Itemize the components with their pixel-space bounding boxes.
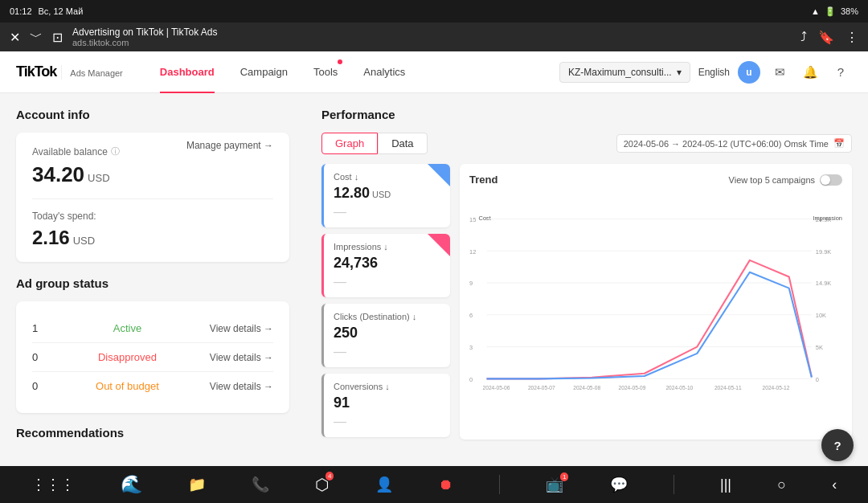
logo-area: TikTok Ads Manager [16, 63, 123, 80]
divider [499, 475, 500, 494]
right-panel: Performance Graph Data 2024-05-06 → 2024… [305, 93, 868, 466]
user-avatar[interactable]: u [738, 61, 760, 84]
table-row: 0 Disapproved View details → [32, 343, 273, 372]
bookmark-icon[interactable]: 🔖 [818, 30, 834, 45]
battery-level: 38% [841, 6, 858, 16]
metrics-sidebar: Cost ↓ 12.80 USD — Impressions ↓ 24,736 … [321, 164, 450, 440]
browser-chrome: ✕ ﹀ ⊡ Advertising on TikTok | TikTok Ads… [0, 22, 868, 51]
impressions-value: 24,736 [334, 255, 440, 272]
browser-tabs-icon[interactable]: ⊡ [52, 30, 63, 45]
table-row: 0 Out of budget View details → [32, 372, 273, 400]
account-selector[interactable]: KZ-Maximum_consulti... ▾ [559, 62, 690, 83]
todays-spend-currency: USD [73, 235, 95, 247]
svg-text:14.9K: 14.9K [816, 280, 831, 287]
svg-text:2024-05-07: 2024-05-07 [528, 385, 555, 391]
metric-conversions: Conversions ↓ 91 — [321, 374, 450, 437]
whatsapp-icon[interactable]: 💬 [610, 476, 628, 493]
svg-text:Cost: Cost [479, 215, 492, 222]
nav-analytics[interactable]: Analytics [350, 51, 418, 93]
fab-help-button[interactable]: ? [821, 429, 854, 461]
svg-text:9: 9 [469, 280, 473, 287]
record-icon[interactable]: ⏺ [439, 476, 453, 493]
balance-amount: 34.20 USD [32, 162, 110, 187]
browser-url: ads.tiktok.com [72, 38, 791, 47]
main-content: Account info Available balance ⓘ 34.20 U… [0, 93, 868, 466]
todays-spend-amount: 2.16 USD [32, 227, 273, 249]
view-details-disapproved[interactable]: View details → [210, 352, 273, 363]
nav-campaign[interactable]: Campaign [227, 51, 301, 93]
manage-payment-link[interactable]: Manage payment → [186, 140, 273, 151]
tab-data[interactable]: Data [378, 133, 427, 154]
home-icon[interactable]: ○ [777, 476, 786, 493]
view-top-label: View top 5 campaigns [729, 175, 815, 185]
view-top-toggle[interactable]: View top 5 campaigns [729, 174, 842, 186]
nav-tools[interactable]: Tools [301, 51, 350, 93]
nav-items: Dashboard Campaign Tools Analytics [147, 51, 559, 93]
share-icon[interactable]: ⤴ [800, 30, 807, 44]
browser-forward-icon[interactable]: ﹀ [30, 29, 43, 46]
files-icon[interactable]: 📁 [188, 476, 206, 493]
clicks-value: 250 [334, 325, 440, 341]
browser-actions: ⤴ 🔖 ⋮ [800, 30, 858, 45]
browser-back-icon[interactable]: ✕ [10, 30, 20, 45]
account-name: KZ-Maximum_consulti... [568, 67, 672, 78]
android-bar: ⋮⋮⋮ 🌊 📁 📞 ⬡ 4 👤 ⏺ 📺 1 💬 ||| ○ ‹ [0, 466, 868, 503]
ads-manager-label: Ads Manager [70, 68, 122, 78]
bell-icon[interactable]: 🔔 [799, 61, 821, 84]
svg-text:10K: 10K [816, 312, 826, 319]
svg-text:6: 6 [469, 312, 473, 319]
phone-icon[interactable]: 📞 [252, 476, 269, 493]
contacts-icon[interactable]: 👤 [375, 476, 393, 493]
tab-group: Graph Data [321, 133, 428, 154]
tab-graph[interactable]: Graph [321, 133, 378, 154]
tv-icon[interactable]: 📺 1 [546, 476, 563, 493]
toggle-knob [821, 175, 830, 185]
tools-badge [338, 59, 342, 64]
status-budget-label: Out of budget [96, 380, 159, 392]
language-label: English [698, 67, 730, 78]
metric-clicks: Clicks (Destination) ↓ 250 — [321, 304, 450, 367]
conversions-value: 91 [334, 395, 440, 411]
conversions-label: Conversions ↓ [334, 382, 440, 391]
ad-group-card: 1 Active View details → 0 Disapproved Vi… [16, 301, 289, 413]
svg-text:2024-05-06: 2024-05-06 [483, 385, 510, 391]
svg-text:2024-05-11: 2024-05-11 [714, 385, 742, 391]
browser-icon-bar[interactable]: ⬡ 4 [315, 475, 329, 494]
chart-title: Trend [469, 174, 497, 186]
app-grid-icon[interactable]: ⋮⋮⋮ [31, 476, 75, 493]
mercury-icon[interactable]: 🌊 [121, 474, 142, 495]
balance-currency: USD [88, 172, 109, 184]
svg-text:2024-05-12: 2024-05-12 [763, 385, 790, 391]
account-info-card: Available balance ⓘ 34.20 USD Manage pay… [16, 133, 289, 262]
svg-text:2024-05-10: 2024-05-10 [665, 385, 693, 391]
nav-dashboard[interactable]: Dashboard [147, 51, 227, 93]
impressions-label: Impressions ↓ [334, 242, 440, 251]
recent-apps-icon[interactable]: ||| [720, 476, 731, 493]
view-details-active[interactable]: View details → [210, 323, 273, 334]
help-icon[interactable]: ? [829, 61, 852, 84]
chart-svg-wrapper: 15 12 9 6 3 0 Cost 24.9K 19.9K 14.9K 10K [469, 194, 842, 430]
performance-header: Performance [321, 108, 852, 121]
status-active-label: Active [113, 322, 141, 334]
toggle-switch[interactable] [820, 174, 842, 186]
navbar: TikTok Ads Manager Dashboard Campaign To… [0, 51, 868, 93]
account-info-title: Account info [16, 108, 289, 121]
back-icon[interactable]: ‹ [832, 476, 837, 493]
svg-text:0: 0 [816, 376, 819, 383]
table-row: 1 Active View details → [32, 314, 273, 343]
date-range-picker[interactable]: 2024-05-06 → 2024-05-12 (UTC+06:00) Omsk… [616, 134, 852, 153]
view-details-budget[interactable]: View details → [210, 381, 273, 392]
status-count-budget: 0 [32, 380, 45, 392]
cost-label: Cost ↓ [334, 172, 440, 182]
mail-icon[interactable]: ✉ [768, 61, 791, 84]
status-bar: 01:12 Вс, 12 Май ▲ 🔋 38% [0, 0, 868, 22]
navbar-right: KZ-Maximum_consulti... ▾ English u ✉ 🔔 ? [559, 61, 852, 84]
status-count-disapproved: 0 [32, 351, 45, 363]
browser-menu-icon[interactable]: ⋮ [845, 30, 858, 45]
date-range-text: 2024-05-06 → 2024-05-12 (UTC+06:00) Omsk… [624, 139, 829, 149]
signal-icon: ▲ [811, 6, 820, 16]
info-icon: ⓘ [111, 145, 120, 157]
status-count-active: 1 [32, 322, 45, 334]
svg-text:2024-05-09: 2024-05-09 [619, 385, 646, 391]
svg-text:5K: 5K [816, 344, 823, 351]
